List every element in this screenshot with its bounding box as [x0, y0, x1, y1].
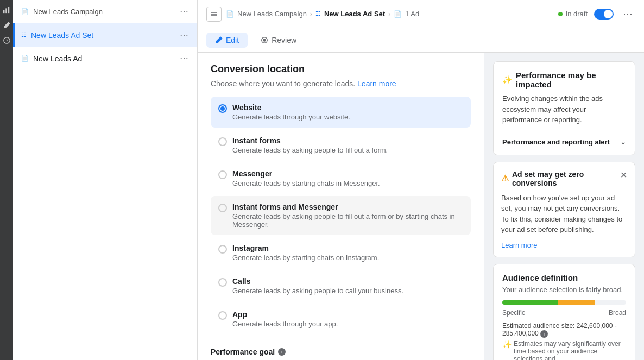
edit-tab[interactable]: Edit [206, 33, 248, 48]
option-instagram-label: Instagram [232, 244, 379, 252]
option-messenger-desc: Generate leads by starting chats in Mess… [232, 179, 380, 187]
section-title: Conversion location [211, 64, 471, 75]
audience-definition-card: Audience definition Your audience select… [493, 264, 635, 361]
option-instant-forms-messenger-desc: Generate leads by asking people to fill … [232, 212, 463, 229]
radio-content-instant-forms-messenger: Instant forms and Messenger Generate lea… [232, 203, 463, 229]
option-instant-forms-label: Instant forms [232, 136, 388, 145]
svg-rect-8 [211, 15, 217, 16]
breadcrumb-campaign[interactable]: New Leads Campaign [237, 10, 307, 18]
option-instagram[interactable]: Instagram Generate leads by starting cha… [211, 237, 471, 268]
svg-rect-6 [211, 12, 217, 13]
ad-file-icon: 📄 [21, 55, 29, 62]
warning-body: Based on how you've set up your ad set, … [501, 193, 627, 235]
option-website-desc: Generate leads through your website. [232, 113, 350, 121]
draft-label: In draft [566, 10, 588, 18]
audience-title: Audience definition [502, 273, 626, 282]
audience-specific-label: Specific [502, 309, 525, 317]
review-tab[interactable]: Review [252, 33, 305, 48]
in-draft-status: In draft [558, 10, 588, 18]
radio-content-messenger: Messenger Generate leads by starting cha… [232, 169, 380, 187]
performance-impact-card: ✨ Performance may be impacted Evolving c… [493, 61, 635, 155]
svg-rect-0 [3, 10, 5, 13]
option-instagram-desc: Generate leads by starting chats on Inst… [232, 254, 379, 262]
top-bar-more-button[interactable]: ⋯ [620, 7, 635, 22]
right-panel: ✨ Performance may be impacted Evolving c… [484, 53, 644, 360]
radio-instant-forms-messenger [218, 204, 227, 212]
performance-chevron-icon: ⌄ [620, 138, 626, 146]
option-messenger-label: Messenger [232, 169, 380, 178]
svg-line-5 [7, 40, 8, 41]
radio-messenger [218, 170, 227, 179]
option-instant-forms-messenger-label: Instant forms and Messenger [232, 203, 463, 211]
conversion-location-options: Website Generate leads through your webs… [211, 97, 471, 334]
adset-more-button[interactable]: ⋯ [178, 29, 191, 41]
performance-goal-info-icon[interactable]: i [278, 348, 286, 356]
chart-icon[interactable] [1, 4, 12, 15]
audience-bar-yellow [558, 300, 595, 305]
form-panel: Conversion location Choose where you wan… [198, 53, 484, 360]
breadcrumb-adset: New Leads Ad Set [324, 10, 385, 18]
audience-bar-labels: Specific Broad [502, 309, 626, 317]
option-app-label: App [232, 310, 338, 319]
breadcrumb: 📄 New Leads Campaign › ☷ New Leads Ad Se… [226, 10, 419, 18]
warning-header: ⚠ Ad set may get zero conversions ✕ [501, 170, 627, 187]
zero-conversions-warning-card: ⚠ Ad set may get zero conversions ✕ Base… [493, 162, 635, 257]
radio-content-calls: Calls Generate leads by asking people to… [232, 277, 403, 295]
audience-broad-label: Broad [609, 309, 626, 317]
warning-learn-more-link[interactable]: Learn more [501, 241, 537, 249]
option-website-label: Website [232, 103, 350, 112]
audience-size: Estimated audience size: 242,600,000 - 2… [502, 322, 626, 338]
top-bar-right: In draft ⋯ [558, 7, 635, 22]
audience-bar-container [502, 300, 626, 305]
option-instant-forms-desc: Generate leads by asking people to fill … [232, 146, 388, 154]
breadcrumb-sep-2: › [388, 10, 390, 18]
option-app-desc: Generate leads through your app. [232, 320, 338, 328]
adset-label: New Leads Ad Set [31, 31, 173, 40]
campaign-more-button[interactable]: ⋯ [178, 5, 191, 18]
edit-tab-label: Edit [226, 36, 239, 45]
option-app[interactable]: App Generate leads through your app. [211, 304, 471, 334]
radio-content-instagram: Instagram Generate leads by starting cha… [232, 244, 379, 262]
svg-rect-2 [8, 7, 10, 13]
performance-goal-section: Performance goal i Maximize number of co… [211, 348, 471, 360]
option-instant-forms-messenger[interactable]: Instant forms and Messenger Generate lea… [211, 196, 471, 235]
sidebar: 📄 New Leads Campaign ⋯ ☷ New Leads Ad Se… [13, 0, 198, 360]
sidebar-item-adset[interactable]: ☷ New Leads Ad Set ⋯ [13, 23, 197, 47]
draft-dot [558, 12, 563, 16]
radio-content-app: App Generate leads through your app. [232, 310, 338, 328]
audience-note: ✨ Estimates may vary significantly over … [502, 340, 626, 361]
sidebar-item-ad[interactable]: 📄 New Leads Ad ⋯ [13, 47, 197, 70]
warning-triangle-icon: ⚠ [501, 173, 509, 184]
review-tab-label: Review [272, 36, 296, 45]
breadcrumb-sep-1: › [310, 10, 312, 18]
audience-info-icon[interactable]: i [540, 330, 548, 338]
option-messenger[interactable]: Messenger Generate leads by starting cha… [211, 163, 471, 194]
performance-card-body: Evolving changes within the ads ecosyste… [502, 93, 626, 125]
content-area: Conversion location Choose where you wan… [198, 53, 644, 360]
publish-toggle[interactable] [594, 9, 614, 20]
radio-instant-forms [218, 137, 227, 146]
section-subtitle: Choose where you want to generate leads.… [211, 79, 471, 88]
pencil-icon[interactable] [1, 20, 12, 30]
warning-close-button[interactable]: ✕ [620, 170, 627, 180]
breadcrumb-ad: 1 Ad [405, 10, 419, 18]
learn-more-link[interactable]: Learn more [357, 79, 396, 88]
audience-bar-track [502, 300, 626, 305]
svg-rect-1 [5, 8, 7, 13]
top-bar: 📄 New Leads Campaign › ☷ New Leads Ad Se… [198, 0, 644, 28]
warning-title: ⚠ Ad set may get zero conversions [501, 170, 620, 187]
option-instant-forms[interactable]: Instant forms Generate leads by asking p… [211, 130, 471, 161]
option-calls[interactable]: Calls Generate leads by asking people to… [211, 270, 471, 301]
sparkles-icon: ✨ [502, 75, 513, 85]
svg-rect-7 [211, 14, 217, 15]
icon-bar [0, 0, 13, 360]
performance-goal-label: Performance goal i [211, 348, 471, 356]
collapse-panel-button[interactable] [206, 7, 222, 22]
sparkles-icon-small: ✨ [502, 340, 512, 349]
performance-card-footer[interactable]: Performance and reporting alert ⌄ [502, 132, 626, 146]
action-tabs: Edit Review [198, 28, 644, 53]
clock-icon[interactable] [1, 35, 12, 46]
ad-more-button[interactable]: ⋯ [178, 52, 191, 65]
option-website[interactable]: Website Generate leads through your webs… [211, 97, 471, 128]
sidebar-item-campaign[interactable]: 📄 New Leads Campaign ⋯ [13, 0, 197, 23]
